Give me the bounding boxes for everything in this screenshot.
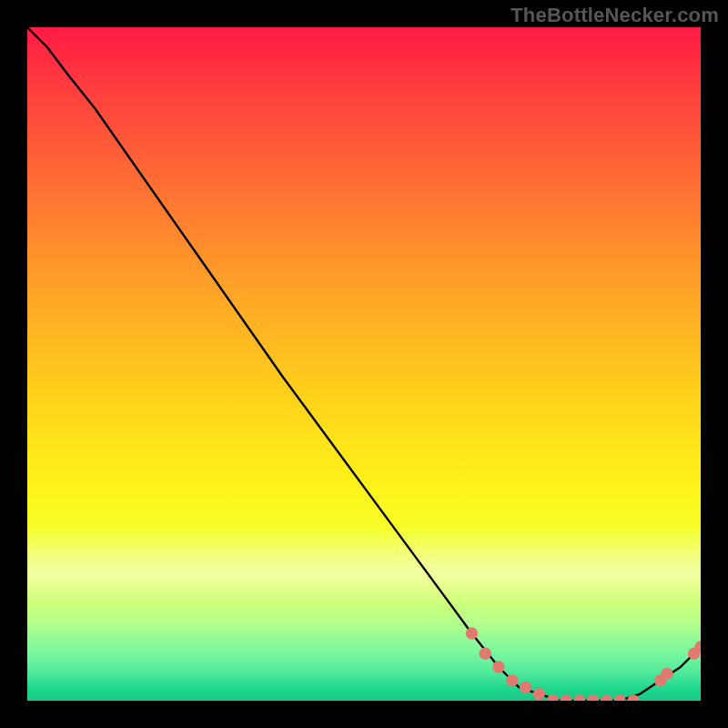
data-marker <box>533 688 545 700</box>
data-marker <box>601 694 612 701</box>
data-marker <box>573 694 585 701</box>
data-marker <box>520 682 531 693</box>
data-marker <box>506 674 518 686</box>
data-marker <box>466 627 478 639</box>
attribution-text: TheBottleNecker.com <box>511 4 719 27</box>
bottleneck-curve <box>27 27 701 701</box>
data-marker <box>560 694 571 701</box>
markers-group <box>466 627 701 701</box>
data-marker <box>661 668 672 680</box>
chart-frame: TheBottleNecker.com <box>0 0 728 728</box>
data-marker <box>480 648 491 660</box>
data-marker <box>614 694 626 701</box>
data-marker <box>492 661 504 672</box>
curve-svg <box>27 27 701 701</box>
data-marker <box>587 694 599 701</box>
data-marker <box>547 694 559 701</box>
plot-area <box>27 27 701 701</box>
